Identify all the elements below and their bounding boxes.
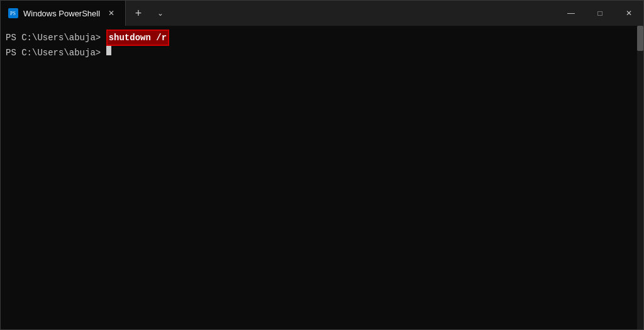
terminal-line-2: PS C:\Users\abuja> (6, 46, 638, 60)
powershell-icon: PS (8, 8, 18, 18)
maximize-button[interactable]: □ (586, 1, 614, 26)
terminal-body[interactable]: PS C:\Users\abuja> shutdown /r PS C:\Use… (1, 26, 643, 329)
close-button[interactable]: ✕ (614, 1, 643, 26)
new-tab-button[interactable]: + (126, 1, 151, 26)
tab-title: Windows PowerShell (23, 9, 100, 18)
prompt-2: PS C:\Users\abuja> (6, 46, 101, 60)
cursor (106, 46, 111, 55)
minimize-button[interactable]: — (557, 1, 586, 26)
scrollbar-thumb[interactable] (637, 26, 643, 51)
prompt-1: PS C:\Users\abuja> (6, 31, 101, 45)
window-controls: — □ ✕ (557, 1, 643, 26)
highlighted-command: shutdown /r (106, 30, 169, 46)
active-tab[interactable]: PS Windows PowerShell ✕ (1, 1, 126, 26)
title-bar: PS Windows PowerShell ✕ + ⌄ — □ ✕ (1, 1, 643, 26)
powershell-window: PS Windows PowerShell ✕ + ⌄ — □ ✕ PS C:\… (0, 0, 644, 330)
terminal-line-1: PS C:\Users\abuja> shutdown /r (6, 30, 638, 46)
tab-area: PS Windows PowerShell ✕ + ⌄ (1, 1, 279, 26)
svg-text:PS: PS (10, 11, 16, 16)
tab-dropdown-button[interactable]: ⌄ (151, 1, 170, 26)
scrollbar-track[interactable] (637, 26, 643, 329)
tab-close-button[interactable]: ✕ (105, 7, 118, 19)
